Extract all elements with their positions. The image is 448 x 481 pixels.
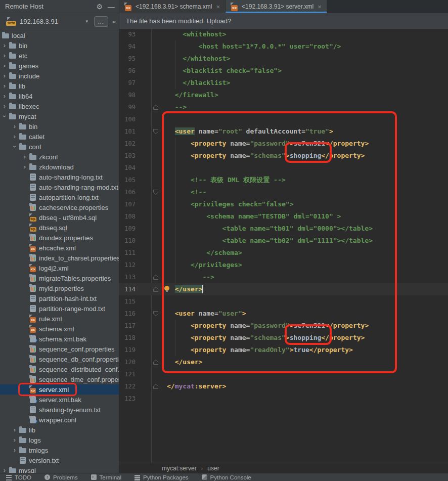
editor-tab-schema-xml[interactable]: <> <192.168.3.91> schema.xml ×: [119, 0, 226, 13]
tree-chevron-icon[interactable]: ›: [20, 162, 29, 172]
fold-end-icon[interactable]: [153, 359, 159, 365]
tree-chevron-icon[interactable]: ›: [0, 91, 9, 101]
tree-chevron-icon[interactable]: ›: [0, 51, 9, 61]
code-line-115[interactable]: 115: [119, 295, 448, 308]
tree-item-conf[interactable]: › conf: [0, 142, 119, 152]
editor-tab-server-xml[interactable]: <> <192.168.3.91> server.xml ×: [226, 0, 327, 13]
code-line-113[interactable]: 113 -->: [119, 271, 448, 283]
tree-chevron-icon[interactable]: ›: [0, 71, 9, 81]
tree-item-index-to-charset-properties[interactable]: index_to_charset.properties: [0, 253, 119, 263]
code-line-116[interactable]: 116 <user name="user">: [119, 308, 448, 320]
tree-item-sequence-conf-properties[interactable]: sequence_conf.properties: [0, 344, 119, 354]
tree-item-sharding-by-enum-txt[interactable]: sharding-by-enum.txt: [0, 405, 119, 415]
code-line-105[interactable]: 105 <!-- 表级 DML 权限设置 -->: [119, 174, 448, 186]
code-line-104[interactable]: 104: [119, 162, 448, 174]
tree-item-dbseq-sql[interactable]: SQL dbseq.sql: [0, 223, 119, 233]
tree-item-partition-hash-int-txt[interactable]: partition-hash-int.txt: [0, 293, 119, 303]
tree-item-wrapper-conf[interactable]: ? wrapper.conf: [0, 415, 119, 425]
tree-chevron-icon[interactable]: ›: [0, 112, 10, 121]
tree-chevron-icon[interactable]: ›: [0, 81, 9, 91]
tree-item-catlet[interactable]: › catlet: [0, 132, 119, 142]
tree-chevron-icon[interactable]: ›: [0, 101, 9, 111]
code-line-102[interactable]: 102 <property name="password">se7en521</…: [119, 138, 448, 150]
tree-item-mycat[interactable]: › mycat: [0, 111, 119, 121]
fold-start-icon[interactable]: [153, 311, 159, 317]
status-bar-item-python-console[interactable]: Python Console: [202, 474, 251, 480]
fold-start-icon[interactable]: [153, 189, 159, 195]
code-line-98[interactable]: 98 </firewall>: [119, 89, 448, 101]
tree-item-schema-xml[interactable]: <> schema.xml: [0, 324, 119, 334]
tree-item-log4j2-xml[interactable]: <> log4j2.xml: [0, 263, 119, 273]
browse-button[interactable]: ...: [94, 16, 108, 27]
fold-end-icon[interactable]: [153, 383, 159, 389]
tree-item-sequence-time-conf-properties[interactable]: sequence_time_conf.properties: [0, 374, 119, 384]
tree-item-schema-xml-bak[interactable]: ? schema.xml.bak: [0, 334, 119, 344]
code-line-117[interactable]: 117 <property name="password">se7en521</…: [119, 320, 448, 332]
tree-item-zkconf[interactable]: › zkconf: [0, 152, 119, 162]
code-line-108[interactable]: 108 <schema name="TESTDB" dml="0110" >: [119, 210, 448, 223]
tree-item-include[interactable]: › include: [0, 71, 119, 81]
tree-item-dbseq-utf8mb4-sql[interactable]: SQL dbseq - utf8mb4.sql: [0, 212, 119, 223]
tree-item-zkdownload[interactable]: › zkdownload: [0, 162, 119, 172]
status-bar-item-terminal[interactable]: >_ Terminal: [91, 474, 121, 480]
tree-item-version-txt[interactable]: version.txt: [0, 455, 119, 465]
code-line-106[interactable]: 106 <!--: [119, 186, 448, 198]
tree-item-server-xml-bak[interactable]: ? server.xml.bak: [0, 395, 119, 405]
tree-item-cacheservice-properties[interactable]: cacheservice.properties: [0, 202, 119, 212]
lightbulb-icon[interactable]: [164, 286, 170, 292]
code-line-94[interactable]: 94 <host host="1*7.0.0.*" user="root"/>: [119, 40, 448, 53]
code-line-112[interactable]: 112 </privileges>: [119, 259, 448, 271]
code-line-101[interactable]: 101 <user name="root" defaultAccount="tr…: [119, 125, 448, 138]
tree-item-server-xml[interactable]: <> server.xml: [0, 384, 119, 395]
fold-end-icon[interactable]: [153, 286, 159, 292]
status-bar-item-todo[interactable]: TODO: [6, 474, 31, 480]
tree-chevron-icon[interactable]: ›: [0, 465, 9, 473]
code-line-110[interactable]: 110 <table name="tb02" dml="1111"></tabl…: [119, 235, 448, 247]
status-bar-item-python-packages[interactable]: Python Packages: [135, 474, 189, 480]
tree-item-lib[interactable]: › lib: [0, 425, 119, 435]
host-selector[interactable]: SFTP 192.168.3.91 ▼: [6, 15, 94, 28]
tree-item-libexec[interactable]: › libexec: [0, 101, 119, 111]
tree-chevron-icon[interactable]: ›: [10, 425, 19, 435]
tree-item-dnindex-properties[interactable]: dnindex.properties: [0, 233, 119, 243]
code-line-99[interactable]: 99 -->: [119, 101, 448, 113]
tree-chevron-icon[interactable]: ›: [0, 40, 9, 51]
fold-end-icon[interactable]: [153, 104, 159, 110]
tree-item-bin[interactable]: › bin: [0, 121, 119, 132]
code-line-118[interactable]: 118 <property name="schemas">shopping</p…: [119, 332, 448, 344]
tab-close-icon[interactable]: ×: [318, 3, 322, 11]
tree-item-mysql[interactable]: › mysql: [0, 465, 119, 473]
tree-item-migratetables-properties[interactable]: migrateTables.properties: [0, 273, 119, 283]
more-chevrons-icon[interactable]: »: [112, 18, 116, 25]
code-line-97[interactable]: 97 </blacklist>: [119, 77, 448, 89]
code-editor[interactable]: 93 <whitehost> 94 <host host="1*7.0.0.*"…: [119, 29, 448, 463]
code-line-95[interactable]: 95 </whitehost>: [119, 53, 448, 65]
code-line-121[interactable]: 121: [119, 368, 448, 380]
code-line-123[interactable]: 123: [119, 392, 448, 405]
fold-end-icon[interactable]: [153, 274, 159, 280]
tree-item-lib64[interactable]: › lib64: [0, 91, 119, 101]
tree-item-partition-range-mod-txt[interactable]: partition-range-mod.txt: [0, 303, 119, 314]
code-line-114[interactable]: 114 </user>: [119, 283, 448, 295]
code-line-103[interactable]: 103 <property name="schemas">shopping</p…: [119, 150, 448, 162]
tree-item-sequence-db-conf-properties[interactable]: sequence_db_conf.properties: [0, 354, 119, 364]
tree-chevron-icon[interactable]: ›: [10, 435, 19, 445]
code-line-111[interactable]: 111 </schema>: [119, 247, 448, 259]
breadcrumb-item-mycat-server[interactable]: mycat:server: [162, 465, 197, 472]
tree-item-games[interactable]: › games: [0, 61, 119, 71]
tree-item-ehcache-xml[interactable]: <> ehcache.xml: [0, 243, 119, 253]
code-line-107[interactable]: 107 <privileges check="false">: [119, 198, 448, 210]
tree-chevron-icon[interactable]: ›: [10, 121, 19, 132]
tree-chevron-icon[interactable]: ›: [10, 132, 19, 142]
tree-item-rule-xml[interactable]: <> rule.xml: [0, 314, 119, 324]
tree-item-auto-sharding-rang-mod-txt[interactable]: auto-sharding-rang-mod.txt: [0, 182, 119, 192]
tree-item-myid-properties[interactable]: myid.properties: [0, 283, 119, 293]
tree-item-local[interactable]: local: [0, 30, 119, 40]
tree-chevron-icon[interactable]: ›: [10, 445, 19, 455]
code-line-100[interactable]: 100: [119, 113, 448, 125]
tree-item-autopartition-long-txt[interactable]: autopartition-long.txt: [0, 192, 119, 202]
code-line-119[interactable]: 119 <property name="readOnly">true</prop…: [119, 344, 448, 356]
tree-item-sequence-distributed-conf-properties[interactable]: sequence_distributed_conf.properties: [0, 364, 119, 374]
tree-chevron-icon[interactable]: ›: [0, 61, 9, 71]
code-line-109[interactable]: 109 <table name="tb01" dml="0000"></tabl…: [119, 223, 448, 235]
